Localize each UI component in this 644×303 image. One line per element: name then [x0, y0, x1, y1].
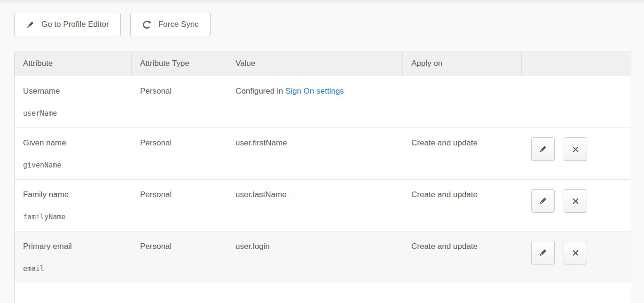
- go-to-profile-editor-label: Go to Profile Editor: [41, 20, 109, 29]
- attribute-mappings-table: Attribute Attribute Type Value Apply on …: [14, 51, 631, 303]
- header-cell-actions: [522, 51, 631, 76]
- pencil-icon: [26, 20, 35, 29]
- attribute-cell: Given name givenName: [15, 128, 132, 179]
- attribute-type-cell: Personal: [132, 231, 227, 283]
- attribute-label: Username: [23, 86, 123, 96]
- value-prefix-text: Configured in: [236, 87, 283, 96]
- apply-on-cell: Create and update: [403, 180, 522, 231]
- force-sync-label: Force Sync: [158, 20, 199, 29]
- edit-attribute-button[interactable]: [531, 137, 555, 161]
- table-header-row: Attribute Attribute Type Value Apply on: [15, 51, 631, 76]
- value-cell: user.lastName: [227, 180, 403, 231]
- table-row-given-name: Given name givenName Personal user.first…: [15, 128, 631, 180]
- attribute-variable: familyName: [23, 212, 123, 222]
- table-row-family-name: Family name familyName Personal user.las…: [15, 180, 631, 231]
- table-row-primary-email: Primary email email Personal user.login …: [15, 231, 631, 283]
- attribute-cell: Username userName: [15, 76, 132, 128]
- attribute-label: Primary email: [23, 241, 123, 252]
- actions-cell: [522, 180, 631, 231]
- attribute-cell: Primary email email: [15, 231, 132, 283]
- attribute-variable: givenName: [23, 160, 123, 170]
- pencil-icon: [538, 196, 548, 206]
- attribute-cell: Family name familyName: [15, 180, 132, 231]
- x-icon: [571, 248, 580, 257]
- force-sync-button[interactable]: Force Sync: [130, 13, 211, 36]
- attribute-type-cell: Personal: [132, 180, 227, 231]
- apply-on-cell: Create and update: [403, 231, 522, 283]
- header-cell-value: Value: [227, 51, 403, 76]
- apply-on-cell: Create and update: [403, 128, 522, 179]
- x-icon: [571, 197, 580, 206]
- actions-cell: [522, 128, 631, 179]
- value-cell: user.login: [227, 231, 403, 283]
- delete-attribute-button[interactable]: [564, 137, 587, 161]
- go-to-profile-editor-button[interactable]: Go to Profile Editor: [14, 13, 121, 36]
- delete-attribute-button[interactable]: [564, 189, 587, 213]
- apply-on-cell: [403, 76, 522, 128]
- attribute-type-cell: Personal: [132, 128, 227, 179]
- pencil-icon: [538, 144, 548, 154]
- actions-cell: [522, 76, 631, 128]
- edit-attribute-button[interactable]: [531, 189, 555, 213]
- edit-attribute-button[interactable]: [531, 241, 555, 264]
- attribute-label: Family name: [23, 190, 123, 200]
- x-icon: [571, 145, 580, 154]
- attribute-type-cell: Personal: [132, 76, 227, 128]
- attribute-variable: email: [23, 263, 123, 274]
- header-cell-apply-on: Apply on: [403, 51, 522, 76]
- table-row-username: Username userName Personal Configured in…: [15, 76, 631, 128]
- pencil-icon: [538, 248, 548, 257]
- header-cell-attribute: Attribute: [15, 51, 132, 76]
- table-row-partial: [15, 283, 631, 303]
- delete-attribute-button[interactable]: [564, 241, 587, 264]
- attribute-variable: userName: [23, 108, 123, 119]
- actions-cell: [522, 231, 631, 283]
- value-cell: user.firstName: [227, 128, 403, 179]
- top-edge-shadow: [0, 0, 644, 4]
- sign-on-settings-link[interactable]: Sign On settings: [285, 87, 344, 96]
- sync-icon: [142, 20, 152, 30]
- attribute-label: Given name: [23, 138, 123, 148]
- toolbar: Go to Profile Editor Force Sync: [14, 13, 211, 36]
- value-cell: Configured in Sign On settings: [227, 76, 403, 128]
- header-cell-attribute-type: Attribute Type: [132, 51, 227, 76]
